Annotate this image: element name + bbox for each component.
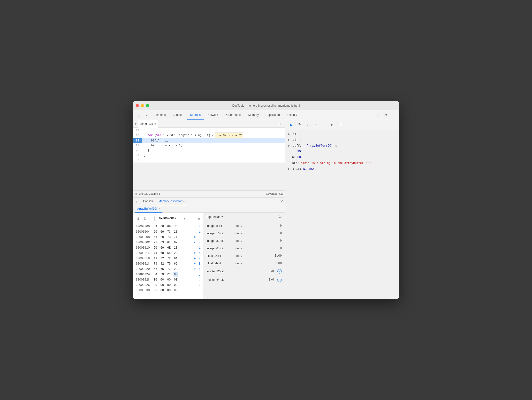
file-tab-close[interactable]: ×: [154, 122, 156, 125]
int8-value: 0: [280, 224, 282, 228]
tab-application[interactable]: Application: [262, 110, 283, 120]
int8-format[interactable]: dec ▾: [236, 224, 246, 228]
data-row-int64: Integer 64-bit dec ▾ 0: [203, 245, 285, 252]
hex-row-18: 00000018 41 72 72 61 A: [133, 256, 203, 261]
file-nav-icon: ▶: [135, 122, 137, 125]
variable-tooltip: i = 39, str = "T: [215, 133, 243, 138]
more-options-icon[interactable]: ⋮: [391, 112, 397, 118]
titlebar: DevTools - memory-inspector.glitch.me/de…: [133, 101, 399, 110]
tab-console[interactable]: Console: [169, 110, 187, 120]
code-line-19: 19 b2[i] = n - i - 1;: [133, 143, 285, 148]
resume-button[interactable]: ▶: [288, 121, 295, 128]
nav-tabs: Elements Console Sources Network Perform…: [150, 110, 300, 120]
pointer64-value: 0x0: [269, 278, 274, 281]
data-panel-settings-icon[interactable]: ⚙: [278, 215, 282, 219]
tab-security[interactable]: Security: [283, 110, 300, 120]
int16-format[interactable]: dec ▾: [236, 232, 246, 235]
scope-item-n: n: 60: [285, 155, 399, 160]
hex-chars-8: a s t: [193, 236, 203, 239]
deactivate-breakpoints-button[interactable]: ⊘: [329, 121, 336, 128]
panel-tab-console[interactable]: Console: [141, 198, 156, 205]
selected-byte[interactable]: 00: [173, 273, 178, 276]
file-tab[interactable]: demo-js.js ×: [138, 120, 158, 128]
hex-bytes-8: 61 20 73 74: [153, 236, 191, 239]
endian-label: Big Endian: [206, 215, 220, 219]
int64-format[interactable]: dec ▾: [236, 247, 246, 250]
data-type-panel: Big Endian ▾ ⚙ Integer 8-bit: [203, 213, 285, 299]
code-line-21: 21 }: [133, 153, 285, 158]
scope-item-b2: ▶ b2: …: [285, 137, 399, 143]
coverage-status: Coverage: n/a: [266, 192, 283, 195]
hex-rows: 00000000 54 68 69 73 T: [133, 223, 203, 294]
window-title: DevTools - memory-inspector.glitch.me/de…: [232, 104, 300, 107]
buffer-tab[interactable]: ArrayBuffer(60) ×: [135, 205, 162, 213]
hex-bytes-28: 00 00 00 00: [153, 278, 191, 281]
step-out-button[interactable]: ↑: [312, 121, 319, 128]
refresh-button[interactable]: ↻: [198, 216, 200, 221]
file-tab-name: demo-js.js: [140, 122, 153, 126]
float64-label: Float 64-bit: [206, 262, 233, 265]
file-nav-button[interactable]: ▷: [278, 122, 283, 126]
int16-value: 0: [280, 232, 282, 235]
tab-sources[interactable]: Sources: [187, 110, 204, 120]
step-button[interactable]: →: [321, 121, 327, 128]
step-into-button[interactable]: ↓: [304, 121, 311, 128]
hex-row-0: 00000000 54 68 69 73 T: [133, 224, 203, 229]
int32-label: Integer 32-bit: [206, 239, 233, 243]
settings-icon[interactable]: ⚙: [383, 112, 389, 118]
tab-performance[interactable]: Performance: [221, 110, 245, 120]
braces-icon[interactable]: {}: [135, 192, 137, 195]
scope-panel: ▶ b1: … ▶ b2: … ▶ buffer: ArrayBuffer(60…: [285, 130, 399, 299]
prev-address-button[interactable]: ‹: [149, 216, 152, 221]
pause-on-exceptions-button[interactable]: ⏸: [337, 121, 344, 128]
hex-chars-14: t h e: [193, 252, 203, 255]
hex-view: ↺ ↻ ‹ › ↻ 00000000: [133, 213, 203, 299]
pointer32-value: 0x0: [269, 270, 274, 273]
float64-format[interactable]: dec ▾: [236, 262, 246, 265]
panel-tab-memory-inspector[interactable]: Memory Inspector ×: [156, 198, 187, 205]
redo-navigation-button[interactable]: ↻: [143, 216, 147, 221]
code-line-18: 18 b1[i] = i;: [133, 138, 285, 143]
maximize-button[interactable]: [146, 104, 149, 107]
panel-close-button[interactable]: ✕: [280, 199, 283, 204]
buffer-tab-close[interactable]: ×: [159, 207, 160, 210]
float64-value: 0.00: [275, 262, 282, 265]
endian-select[interactable]: Big Endian ▾: [206, 215, 223, 219]
close-button[interactable]: [136, 104, 139, 107]
hex-chars-2c: . . . .: [193, 283, 203, 287]
devtools-window: ⬚ ▭ Elements Console Sources Network Per…: [133, 110, 399, 299]
nav-icons: ⬚ ▭: [135, 112, 148, 118]
minimize-button[interactable]: [141, 104, 144, 107]
data-row-pointer64: Pointer 64-bit 0x0 →: [203, 276, 285, 284]
cursor-icon[interactable]: ⬚: [135, 112, 141, 118]
tab-elements[interactable]: Elements: [150, 110, 169, 120]
more-tabs-button[interactable]: »: [376, 112, 381, 118]
next-address-button[interactable]: ›: [183, 216, 186, 221]
hex-row-8: 00000008 61 20 73 74 a: [133, 235, 203, 240]
hex-chars-30: . . . .: [193, 289, 203, 292]
data-panel-header: Big Endian ▾ ⚙: [203, 213, 285, 221]
undo-navigation-button[interactable]: ↺: [136, 216, 141, 221]
open-in-memory-inspector-icon[interactable]: ⊞: [335, 144, 337, 147]
lower-panel: ⋮ Console Memory Inspector × ✕ Ar: [133, 197, 285, 299]
source-area: ▶ demo-js.js × ▷ 16: [133, 120, 285, 197]
float32-format[interactable]: dec ▾: [236, 254, 246, 258]
device-icon[interactable]: ▭: [142, 112, 148, 118]
tab-memory[interactable]: Memory: [245, 110, 262, 120]
pointer32-follow-link[interactable]: →: [277, 269, 282, 274]
hex-bytes-30: 00 00 00 00: [153, 289, 191, 292]
memory-inspector-tab-close[interactable]: ×: [183, 200, 185, 203]
status-left: {} Line 18, Column 5: [135, 192, 160, 195]
panel-more-icon[interactable]: ⋮: [135, 199, 139, 204]
pointer64-follow-link[interactable]: →: [277, 278, 282, 282]
step-over-button[interactable]: ↷: [296, 121, 303, 128]
hex-chars-28: . . . .: [193, 278, 203, 281]
hex-row-24: 00000024 3A 29 21 00 :: [133, 272, 203, 277]
int32-format[interactable]: dec ▾: [236, 239, 246, 243]
tab-network[interactable]: Network: [204, 110, 221, 120]
pointer64-label: Pointer 64-bit: [206, 278, 233, 281]
cursor-position: Line 18, Column 5: [138, 192, 160, 195]
devtools-nav: ⬚ ▭ Elements Console Sources Network Per…: [133, 110, 399, 120]
address-input[interactable]: [154, 216, 181, 221]
int16-label: Integer 16-bit: [206, 232, 233, 235]
